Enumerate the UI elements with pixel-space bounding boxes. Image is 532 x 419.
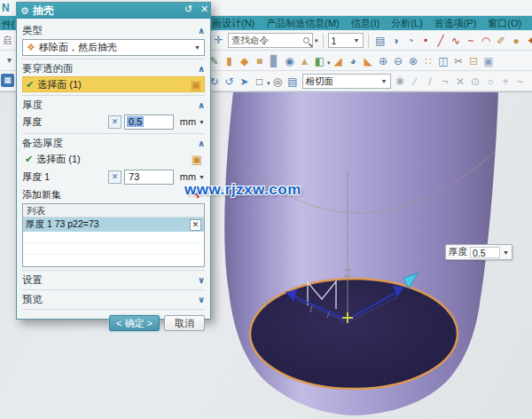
cylinder-icon[interactable]: ▊: [267, 54, 282, 69]
trim-body-icon[interactable]: ✂: [451, 54, 466, 69]
alt-thickness-row: 厚度 1 ✕ 73 mm ▼: [22, 168, 205, 186]
snap-quadrant-icon[interactable]: ○: [483, 75, 498, 90]
chevron-down-icon[interactable]: ∨: [198, 275, 205, 285]
cancel-button[interactable]: 取消: [164, 315, 205, 331]
point-icon[interactable]: •: [419, 34, 434, 49]
section-thickness-header[interactable]: 厚度 ∧: [22, 98, 205, 112]
ok-button[interactable]: < 确定 >: [109, 315, 160, 331]
menu-item-pmi[interactable]: 产品制造信息(M): [266, 17, 340, 30]
add-new-set-row[interactable]: 添加新集 ✚: [22, 187, 205, 202]
show-hide-icon[interactable]: ◑: [388, 34, 403, 49]
alt-select-face-row[interactable]: ✔ 选择面 (1) ▣: [22, 151, 205, 167]
snap-existing-point-icon[interactable]: +: [498, 75, 513, 90]
dropdown-caret-icon[interactable]: ▾: [327, 59, 331, 66]
offset-face-icon[interactable]: ⊟: [466, 54, 481, 69]
resource-bar-icon[interactable]: ▦: [1, 74, 14, 87]
alt-thickness-value: 73: [127, 171, 141, 182]
menu-item-window[interactable]: 窗口(O): [488, 17, 521, 30]
face-cube-icon[interactable]: ▣: [191, 78, 201, 91]
toolbar-caret-fragment: ▾: [7, 55, 12, 65]
chevron-down-icon[interactable]: ▼: [503, 249, 509, 256]
section-preview-label: 预览: [22, 293, 198, 306]
arc-icon[interactable]: ◠: [479, 34, 494, 49]
shell-icon[interactable]: ◧: [312, 54, 327, 69]
snap-settings-icon[interactable]: ✱: [393, 75, 408, 90]
selection-scope-combo[interactable]: 相切面 ▼: [302, 74, 391, 89]
orbit-rotate-alt-icon[interactable]: ↺: [222, 75, 237, 90]
spline-icon[interactable]: ~: [464, 34, 479, 49]
select-cursor-icon[interactable]: ➤: [237, 75, 252, 90]
shell-bottom-face[interactable]: [250, 279, 458, 389]
menu-item-information[interactable]: 信息(I): [351, 17, 379, 30]
intersect-icon[interactable]: ⊗: [406, 54, 421, 69]
dropdown-caret-icon[interactable]: ▾: [267, 80, 270, 86]
snap-control-point-icon[interactable]: ¬: [438, 75, 453, 90]
view-layer-combo[interactable]: 1 ▼: [328, 33, 364, 48]
snap-intersection-icon[interactable]: ✕: [453, 75, 468, 90]
formula-icon[interactable]: ✕: [108, 170, 121, 184]
find-command-input[interactable]: 查找命令: [228, 33, 313, 48]
find-command-caret-icon[interactable]: ▾: [315, 37, 318, 44]
chevron-up-icon[interactable]: ∧: [198, 100, 205, 110]
view-book-icon[interactable]: ▤: [286, 75, 301, 90]
snap-point-on-face-icon[interactable]: ◦: [528, 75, 532, 90]
select-face-row-active[interactable]: ✔ 选择面 (1) ▣: [22, 76, 205, 92]
remove-icon[interactable]: ✕: [190, 219, 201, 231]
close-icon[interactable]: ✕: [194, 3, 207, 19]
datum-csys-icon[interactable]: ✦: [524, 34, 532, 49]
shell-type-dropdown[interactable]: ❖ 移除面，然后抽壳 ▼: [22, 39, 205, 56]
edge-blend-icon[interactable]: ◕: [346, 54, 361, 69]
alt-thickness-list: 列表 厚度 1 73 p22=73 ✕: [22, 203, 205, 267]
thickness-input[interactable]: 0.5: [124, 115, 174, 130]
section-alt-thickness-header[interactable]: 备选厚度 ∧: [22, 136, 205, 150]
face-cube-icon[interactable]: ▣: [192, 153, 202, 166]
list-row-selected[interactable]: 厚度 1 73 p22=73 ✕: [23, 217, 204, 232]
draft-icon[interactable]: ◢: [331, 54, 346, 69]
section-preview-header[interactable]: 预览 ∨: [22, 292, 205, 306]
snap-endpoint-icon[interactable]: ∕: [408, 75, 423, 90]
show-shaded-icon[interactable]: ◎: [270, 75, 286, 90]
subtract-icon[interactable]: ⊖: [391, 54, 406, 69]
menu-item-analysis[interactable]: 分析(L): [391, 17, 422, 30]
chamfer-icon[interactable]: ◣: [361, 54, 376, 69]
chevron-up-icon[interactable]: ∧: [198, 138, 205, 148]
section-pierce-header[interactable]: 要穿透的面 ∧: [22, 61, 205, 75]
hole-icon[interactable]: ◉: [282, 54, 297, 69]
more-features-icon[interactable]: ▣: [481, 54, 497, 69]
pattern-feature-icon[interactable]: ∷: [421, 54, 436, 69]
snap-midpoint-icon[interactable]: /: [423, 75, 438, 90]
line-icon[interactable]: ╱: [434, 34, 449, 49]
menu-item-file-clipped[interactable]: 件(: [2, 18, 15, 31]
select-tool-icon[interactable]: ✛: [211, 33, 226, 48]
rect-select-icon[interactable]: □: [252, 75, 267, 90]
polyline-icon[interactable]: ∿: [449, 34, 464, 49]
block-icon[interactable]: ■: [252, 54, 267, 69]
layer-settings-icon[interactable]: ▤: [373, 34, 388, 49]
unite-icon[interactable]: ⊕: [376, 54, 391, 69]
menu-item-preferences[interactable]: 首选项(P): [434, 17, 477, 30]
immediate-hide-icon[interactable]: ◔: [403, 34, 419, 49]
snap-arc-center-icon[interactable]: ⊙: [468, 75, 483, 90]
chevron-down-icon[interactable]: ∨: [198, 295, 205, 304]
chevron-down-icon[interactable]: ▼: [199, 119, 205, 125]
chevron-down-icon[interactable]: ▼: [199, 174, 205, 180]
section-type-header[interactable]: 类型 ∧: [22, 23, 205, 37]
measure-icon[interactable]: ✐: [494, 34, 509, 49]
chevron-up-icon[interactable]: ∧: [198, 26, 205, 36]
section-settings-header[interactable]: 设置 ∨: [22, 273, 205, 287]
sphere-icon[interactable]: ●: [509, 34, 524, 49]
snap-point-on-curve-icon[interactable]: ~: [513, 75, 528, 90]
dialog-reset-icon[interactable]: ↺: [178, 3, 191, 19]
divider: [22, 95, 205, 96]
extrude-icon[interactable]: ▮: [222, 54, 237, 69]
menu-item-design[interactable]: 画设计(N): [212, 17, 254, 30]
menu-items: 画设计(N) 产品制造信息(M) 信息(I) 分析(L) 首选项(P) 窗口(O…: [212, 16, 532, 30]
mirror-feature-icon[interactable]: ◫: [436, 54, 451, 69]
onscreen-thickness-value[interactable]: 0.5: [470, 247, 500, 258]
chevron-up-icon[interactable]: ∧: [198, 64, 205, 74]
formula-icon[interactable]: ✕: [108, 115, 121, 129]
boss-icon[interactable]: ▲: [297, 54, 312, 69]
alt-thickness-input[interactable]: 73: [124, 170, 174, 185]
revolve-icon[interactable]: ◆: [237, 54, 252, 69]
dialog-titlebar[interactable]: ⚙ 抽壳 ↺ ✕: [17, 3, 210, 19]
